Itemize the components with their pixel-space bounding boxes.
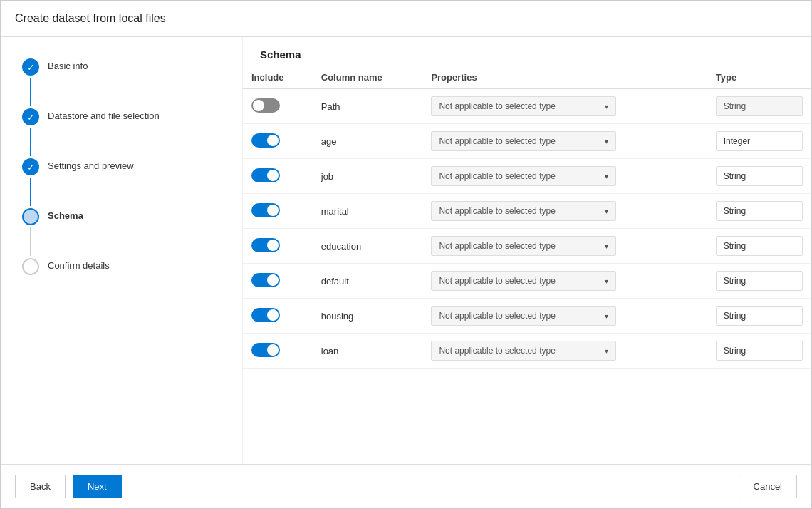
step-icon-confirm xyxy=(22,258,39,275)
td-props-loan: Not applicable to selected type▾ xyxy=(422,334,707,369)
type-field-education[interactable]: String xyxy=(716,236,803,256)
step-icon-schema xyxy=(22,208,39,225)
props-text-age: Not applicable to selected type xyxy=(439,136,555,146)
toggle-thumb-age xyxy=(267,135,279,146)
content-area: ✓Basic info✓Datastore and file selection… xyxy=(1,37,811,464)
props-text-default: Not applicable to selected type xyxy=(439,276,555,286)
props-text-marital: Not applicable to selected type xyxy=(439,206,555,216)
type-field-marital[interactable]: String xyxy=(716,201,803,221)
step-label-schema: Schema xyxy=(48,208,83,221)
back-button[interactable]: Back xyxy=(15,475,66,498)
toggle-marital[interactable] xyxy=(251,203,280,217)
main-panel: Schema Include Column name Properties Ty… xyxy=(243,37,811,464)
step-connector-settings xyxy=(30,178,31,206)
td-type-default: String xyxy=(707,264,811,299)
col-header-type: Type xyxy=(707,66,811,89)
props-dropdown-marital[interactable]: Not applicable to selected type▾ xyxy=(431,201,616,221)
table-row: loanNot applicable to selected type▾Stri… xyxy=(243,334,811,369)
td-props-job: Not applicable to selected type▾ xyxy=(422,159,707,194)
type-field-default[interactable]: String xyxy=(716,271,803,291)
toggle-education[interactable] xyxy=(251,238,280,252)
type-field-housing[interactable]: String xyxy=(716,306,803,326)
sidebar-step-settings: ✓Settings and preview xyxy=(22,158,221,208)
col-header-column-name: Column name xyxy=(313,66,423,89)
cell-name-job: job xyxy=(313,159,423,194)
td-type-education: String xyxy=(707,229,811,264)
props-chevron-education: ▾ xyxy=(605,242,608,250)
props-text-path: Not applicable to selected type xyxy=(439,101,555,111)
cell-name-age: age xyxy=(313,124,423,159)
td-include-job xyxy=(243,159,313,194)
schema-table-container[interactable]: Include Column name Properties Type Path… xyxy=(243,66,811,464)
toggle-age[interactable] xyxy=(251,133,280,148)
props-text-loan: Not applicable to selected type xyxy=(439,346,555,356)
props-chevron-housing: ▾ xyxy=(605,312,608,320)
footer: Back Next Cancel xyxy=(1,464,811,508)
props-dropdown-loan[interactable]: Not applicable to selected type▾ xyxy=(431,341,616,361)
table-row: maritalNot applicable to selected type▾S… xyxy=(243,194,811,229)
props-dropdown-job[interactable]: Not applicable to selected type▾ xyxy=(431,166,616,186)
toggle-thumb-education xyxy=(267,240,279,251)
toggle-loan[interactable] xyxy=(251,343,280,357)
cell-name-education: education xyxy=(313,229,423,264)
td-type-marital: String xyxy=(707,194,811,229)
sidebar: ✓Basic info✓Datastore and file selection… xyxy=(1,37,243,464)
props-chevron-job: ▾ xyxy=(605,173,608,180)
cell-name-path: Path xyxy=(313,89,423,124)
props-chevron-marital: ▾ xyxy=(605,207,608,215)
table-row: ageNot applicable to selected type▾Integ… xyxy=(243,124,811,159)
toggle-thumb-default xyxy=(267,274,279,286)
toggle-thumb-path xyxy=(253,100,264,111)
step-label-basic-info: Basic info xyxy=(48,58,88,71)
td-include-age xyxy=(243,124,313,159)
col-header-properties: Properties xyxy=(422,66,707,89)
toggle-thumb-marital xyxy=(267,205,279,216)
toggle-job[interactable] xyxy=(251,168,280,182)
td-include-marital xyxy=(243,194,313,229)
cell-name-housing: housing xyxy=(313,299,423,334)
sidebar-step-basic-info: ✓Basic info xyxy=(22,58,221,108)
props-chevron-loan: ▾ xyxy=(605,347,608,355)
td-props-marital: Not applicable to selected type▾ xyxy=(422,194,707,229)
td-props-age: Not applicable to selected type▾ xyxy=(422,124,707,159)
type-field-loan[interactable]: String xyxy=(716,341,803,361)
type-field-job[interactable]: String xyxy=(716,166,803,186)
next-button[interactable]: Next xyxy=(73,475,122,498)
sidebar-step-datastore: ✓Datastore and file selection xyxy=(22,108,221,158)
td-props-housing: Not applicable to selected type▾ xyxy=(422,299,707,334)
step-icon-settings: ✓ xyxy=(22,158,39,175)
td-include-housing xyxy=(243,299,313,334)
toggle-default[interactable] xyxy=(251,273,280,287)
td-props-education: Not applicable to selected type▾ xyxy=(422,229,707,264)
props-dropdown-default[interactable]: Not applicable to selected type▾ xyxy=(431,271,616,291)
td-include-path xyxy=(243,89,313,124)
col-header-include: Include xyxy=(243,66,313,89)
cancel-button[interactable]: Cancel xyxy=(739,475,797,498)
schema-title: Schema xyxy=(243,37,811,66)
main-container: Create dataset from local files ✓Basic i… xyxy=(0,0,812,509)
td-type-housing: String xyxy=(707,299,811,334)
type-field-age[interactable]: Integer xyxy=(716,131,803,151)
table-row: defaultNot applicable to selected type▾S… xyxy=(243,264,811,299)
td-props-default: Not applicable to selected type▾ xyxy=(422,264,707,299)
step-label-settings: Settings and preview xyxy=(48,158,134,171)
td-type-job: String xyxy=(707,159,811,194)
toggle-thumb-job xyxy=(267,170,279,181)
schema-table: Include Column name Properties Type Path… xyxy=(243,66,811,369)
sidebar-step-confirm: Confirm details xyxy=(22,258,221,275)
step-connector-datastore xyxy=(30,128,31,156)
step-icon-basic-info: ✓ xyxy=(22,58,39,76)
toggle-housing[interactable] xyxy=(251,308,280,322)
props-text-job: Not applicable to selected type xyxy=(439,171,555,181)
type-field-path: String xyxy=(716,96,803,116)
step-connector-basic-info xyxy=(30,78,31,106)
props-dropdown-age[interactable]: Not applicable to selected type▾ xyxy=(431,131,616,151)
sidebar-step-schema: Schema xyxy=(22,208,221,258)
props-dropdown-path[interactable]: Not applicable to selected type▾ xyxy=(431,96,616,116)
toggle-path[interactable] xyxy=(251,98,280,113)
props-dropdown-housing[interactable]: Not applicable to selected type▾ xyxy=(431,306,616,326)
props-text-education: Not applicable to selected type xyxy=(439,241,555,251)
table-row: housingNot applicable to selected type▾S… xyxy=(243,299,811,334)
title-bar: Create dataset from local files xyxy=(1,1,811,37)
props-dropdown-education[interactable]: Not applicable to selected type▾ xyxy=(431,236,616,256)
